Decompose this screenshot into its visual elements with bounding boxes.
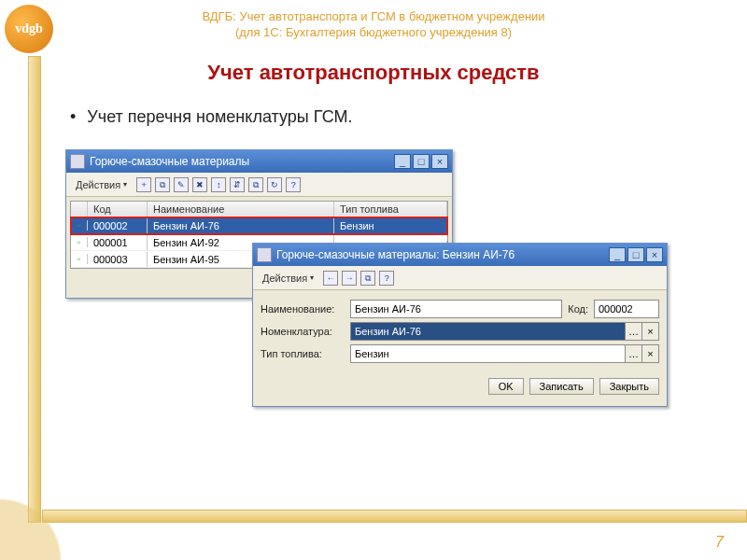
chevron-down-icon: ▾ [123, 180, 127, 189]
col-fuel[interactable]: Тип топлива [334, 202, 447, 217]
input-fuel[interactable]: Бензин [350, 344, 626, 363]
section-title: Учет автотранспортных средств [0, 61, 747, 85]
copy-icon[interactable]: ⧉ [248, 177, 263, 192]
back-icon[interactable]: ← [323, 271, 338, 286]
save-button[interactable]: Записать [529, 378, 594, 395]
input-nomen[interactable]: Бензин АИ-76 [350, 322, 626, 341]
label-code: Код: [568, 303, 588, 315]
toolbar-detail: Действия ▾ ← → ⧉ ? [253, 266, 667, 290]
ok-button[interactable]: OK [488, 378, 524, 395]
decoration-corner [0, 476, 84, 560]
picker-ellipsis-icon[interactable]: … [626, 344, 642, 363]
picker-ellipsis-icon[interactable]: … [626, 322, 642, 341]
minimize-icon[interactable]: _ [609, 247, 626, 262]
move-icon[interactable]: ↕ [211, 177, 226, 192]
window-icon [257, 247, 272, 262]
sort-icon[interactable]: ⇵ [230, 177, 245, 192]
col-name[interactable]: Наименование [148, 202, 334, 217]
col-code[interactable]: Код [88, 202, 148, 217]
refresh-icon[interactable]: ↻ [267, 177, 282, 192]
slide-header: ВДГБ: Учет автотранспорта и ГСМ в бюджет… [0, 9, 747, 41]
close-icon[interactable]: × [431, 154, 448, 169]
toolbar-list: Действия ▾ + ⧉ ✎ ✖ ↕ ⇵ ⧉ ↻ ? [66, 173, 452, 197]
edit-icon[interactable]: ✎ [174, 177, 189, 192]
row-icon: ▫ [71, 254, 88, 264]
close-button[interactable]: Закрыть [599, 378, 659, 395]
page-number: 7 [715, 534, 724, 551]
titlebar-list[interactable]: Горюче-смазочные материалы _ □ × [66, 150, 452, 173]
row-icon: ▫ [71, 237, 88, 247]
col-marker [71, 202, 88, 217]
picker-clear-icon[interactable]: × [642, 322, 659, 341]
help-icon[interactable]: ? [286, 177, 301, 192]
label-nomen: Номенклатура: [261, 326, 345, 337]
header-line1: ВДГБ: Учет автотранспорта и ГСМ в бюджет… [0, 9, 747, 25]
actions-menu[interactable]: Действия ▾ [257, 270, 319, 287]
table-row[interactable]: ▫ 000002 Бензин АИ-76 Бензин [71, 217, 447, 234]
decoration-bottom [42, 510, 747, 523]
picker-clear-icon[interactable]: × [642, 344, 659, 363]
maximize-icon[interactable]: □ [627, 247, 644, 262]
forward-icon[interactable]: → [342, 271, 357, 286]
actions-menu[interactable]: Действия ▾ [70, 176, 133, 193]
input-name[interactable]: Бензин АИ-76 [350, 300, 562, 318]
label-name: Наименование: [261, 303, 345, 315]
header-line2: (для 1С: Бухгалтерия бюджетного учрежден… [0, 25, 747, 41]
chevron-down-icon: ▾ [310, 273, 314, 282]
window-title-text: Горюче-смазочные материалы [90, 155, 249, 168]
addgroup-icon[interactable]: ⧉ [155, 177, 170, 192]
add-icon[interactable]: + [136, 177, 151, 192]
window-icon [70, 154, 85, 169]
input-code[interactable]: 000002 [594, 300, 659, 318]
row-icon: ▫ [71, 220, 88, 231]
titlebar-detail[interactable]: Горюче-смазочные материалы: Бензин АИ-76… [253, 244, 667, 266]
maximize-icon[interactable]: □ [413, 154, 430, 169]
minimize-icon[interactable]: _ [394, 154, 411, 169]
copy-icon[interactable]: ⧉ [360, 271, 375, 286]
window-fuel-detail: Горюче-смазочные материалы: Бензин АИ-76… [252, 243, 668, 407]
bullet-item: Учет перечня номенклатуры ГСМ. [70, 107, 352, 127]
window-title-text: Горюче-смазочные материалы: Бензин АИ-76 [276, 248, 514, 261]
close-icon[interactable]: × [646, 247, 663, 262]
help-icon[interactable]: ? [379, 271, 394, 286]
label-fuel: Тип топлива: [261, 348, 345, 359]
decoration-side [28, 56, 41, 523]
delete-icon[interactable]: ✖ [192, 177, 207, 192]
